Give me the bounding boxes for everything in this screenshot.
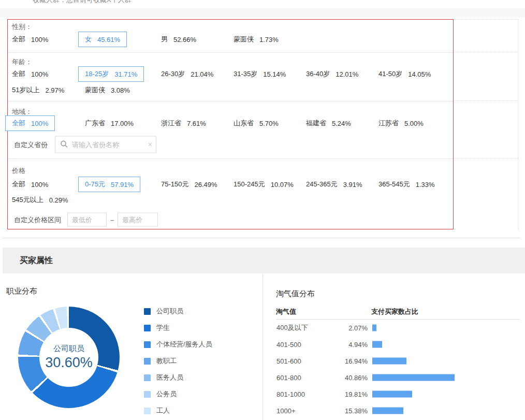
filter-option[interactable]: 41-50岁14.05% (378, 69, 431, 79)
max-price-input[interactable] (118, 213, 158, 227)
filter-option[interactable]: 福建省5.24% (306, 119, 351, 128)
legend-item[interactable]: 工人 (144, 406, 212, 415)
top-clipped-strip: 收藏人群： 您目前可收藏X个人群 (0, 0, 525, 5)
filter-option[interactable]: 蒙面侠3.08% (85, 85, 130, 95)
section-separator (8, 158, 453, 159)
filter-option-value: 12.01% (336, 70, 358, 78)
filter-option[interactable]: 广东省17.00% (85, 119, 134, 128)
legend-item[interactable]: 医务人员 (144, 373, 212, 382)
taoqi-percent: 40.86% (324, 374, 368, 382)
filter-option[interactable]: 男52.66% (161, 35, 196, 44)
filter-option-label: 18-25岁 (85, 69, 109, 79)
filter-option-label: 51岁以上 (12, 85, 39, 95)
buyer-attributes-title: 买家属性 (20, 248, 525, 273)
legend-swatch (144, 408, 151, 414)
filter-option-label: 全部 (12, 119, 25, 128)
taoqi-col-header-share: 支付买家数占比 (371, 307, 418, 316)
filter-option[interactable]: 全部100% (12, 180, 48, 189)
legend-item[interactable]: 个体经营/服务人员 (144, 340, 212, 349)
province-search-input[interactable] (55, 136, 156, 153)
filter-option-selected[interactable]: 18-25岁31.71% (78, 66, 144, 82)
legend-swatch (144, 374, 151, 381)
filter-option[interactable]: 365-545元1.33% (378, 180, 435, 189)
filter-option[interactable]: 75-150元26.49% (161, 180, 217, 189)
min-price-input[interactable] (67, 213, 107, 227)
filter-option-value: 52.66% (173, 36, 196, 44)
taoqi-percent: 4.94% (324, 341, 368, 349)
filter-option[interactable]: 36-40岁12.01% (306, 69, 358, 79)
filter-option-value: 31.71% (114, 70, 137, 78)
taoqi-range-label: 401-500 (276, 341, 301, 349)
taoqi-row: 801-100019.81% (262, 386, 525, 402)
filter-option[interactable]: 蒙面侠1.73% (234, 35, 279, 44)
filter-option-value: 14.05% (408, 70, 431, 78)
filter-option-selected[interactable]: 女45.61% (78, 32, 127, 47)
filter-option-label: 蒙面侠 (85, 85, 105, 95)
filter-option-value: 100% (31, 120, 48, 127)
legend-swatch (144, 391, 151, 398)
filter-option[interactable]: 浙江省7.61% (161, 119, 206, 128)
legend-item[interactable]: 公务员 (144, 389, 212, 399)
taoqi-percent: 15.38% (324, 407, 368, 415)
filter-option-label: 广东省 (85, 119, 105, 128)
search-icon (60, 140, 68, 149)
legend-item[interactable]: 教职工 (144, 356, 212, 366)
filter-option-label: 245-365元 (306, 180, 338, 189)
filter-option-value: 100% (31, 36, 48, 44)
filter-option[interactable]: 31-35岁15.14% (234, 69, 286, 79)
filter-option[interactable]: 江苏省5.00% (378, 119, 424, 128)
legend-swatch (144, 308, 151, 315)
taoqi-row: 1000+15.38% (262, 402, 525, 419)
filter-option[interactable]: 51岁以上2.97% (12, 85, 64, 95)
taoqi-percent: 16.94% (324, 357, 368, 365)
legend-label: 学生 (156, 323, 170, 332)
taoqi-panel: 淘气值分布 淘气值 支付买家数占比 400及以下2.07%401-5004.94… (262, 274, 525, 420)
filter-option-value: 1.33% (416, 181, 435, 189)
clear-icon[interactable]: × (148, 140, 152, 149)
filter-option-selected[interactable]: 全部100% (5, 115, 55, 131)
filter-section-label: 价格 (12, 166, 25, 176)
filter-option[interactable]: 545元以上0.29% (12, 195, 68, 205)
filter-option-label: 31-35岁 (234, 69, 257, 79)
taoqi-range-label: 801-1000 (276, 390, 305, 398)
filter-option-label: 浙江省 (161, 119, 181, 128)
filter-option[interactable]: 全部100% (12, 69, 48, 79)
taoqi-bar (372, 358, 406, 365)
taoqi-bar (372, 341, 382, 348)
filter-option-label: 41-50岁 (378, 69, 402, 79)
filter-option[interactable]: 150-245元10.07% (234, 180, 294, 189)
occupation-title: 职业分布 (6, 286, 37, 296)
filter-section-label: 性别： (12, 22, 32, 32)
filter-option[interactable]: 全部100% (12, 35, 48, 44)
filter-option[interactable]: 山东省5.70% (234, 119, 279, 128)
legend-swatch (144, 325, 151, 331)
taoqi-bar (372, 374, 455, 381)
filter-option-label: 75-150元 (161, 180, 188, 189)
filter-option-label: 150-245元 (234, 180, 265, 189)
filter-option-value: 2.97% (45, 86, 64, 94)
audience-filter-card: 自定义省份 × 自定义价格区间 – 性别：全部100%女45.61%男52.66… (7, 19, 454, 229)
custom-price-label: 自定义价格区间 (14, 215, 61, 224)
card-bottom-border (3, 238, 520, 238)
taoqi-row: 401-5004.94% (262, 336, 525, 353)
filter-option[interactable]: 26-30岁21.04% (161, 69, 213, 79)
collect-group-label: 收藏人群： (33, 0, 66, 5)
filter-option-value: 57.91% (111, 181, 134, 189)
filter-option-value: 7.61% (187, 120, 206, 127)
taoqi-bar (372, 325, 376, 331)
donut-center: 公司职员 30.60% (39, 328, 98, 387)
filter-section-label: 年龄： (12, 57, 32, 67)
legend-item[interactable]: 公司职员 (144, 307, 212, 316)
filter-option-selected[interactable]: 0-75元57.91% (78, 177, 140, 192)
legend-label: 工人 (156, 406, 170, 415)
filter-option[interactable]: 245-365元3.91% (306, 180, 362, 189)
filter-option-value: 26.49% (194, 181, 217, 189)
collect-group-hint: 您目前可收藏X个人群 (66, 0, 132, 5)
filter-option-value: 3.08% (111, 86, 130, 94)
taoqi-title: 淘气值分布 (276, 289, 315, 299)
taoqi-col-header-value: 淘气值 (276, 307, 296, 316)
section-separator (8, 101, 453, 102)
legend-item[interactable]: 学生 (144, 323, 212, 332)
buyer-attributes-band: 买家属性 (3, 248, 525, 273)
dotted-vertical-line (518, 19, 518, 229)
